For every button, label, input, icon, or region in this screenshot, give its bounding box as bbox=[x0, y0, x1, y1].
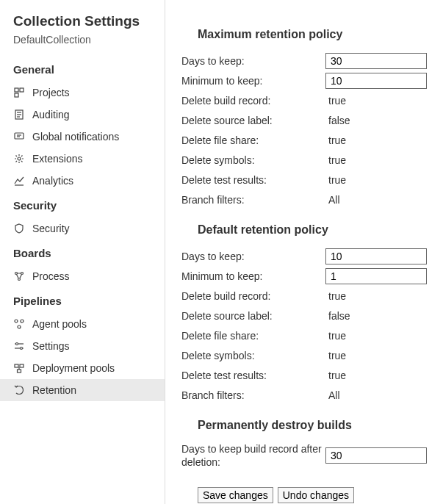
nav-label: Settings bbox=[32, 340, 70, 352]
auditing-icon bbox=[13, 109, 25, 120]
svg-point-17 bbox=[18, 325, 21, 328]
retention-icon bbox=[13, 384, 25, 396]
max-min-label: Minimum to keep: bbox=[181, 75, 325, 87]
nav-security[interactable]: Security bbox=[0, 217, 165, 240]
max-min-input[interactable] bbox=[325, 73, 427, 89]
svg-point-13 bbox=[21, 273, 24, 275]
nav-projects[interactable]: Projects bbox=[0, 82, 165, 104]
def-branch-value: All bbox=[328, 389, 340, 401]
svg-rect-2 bbox=[15, 93, 18, 97]
extensions-icon bbox=[13, 153, 25, 165]
nav-label: Deployment pools bbox=[32, 362, 115, 374]
nav-label: Security bbox=[32, 223, 70, 234]
default-policy-title: Default retention policy bbox=[181, 210, 427, 247]
max-del-build-value: true bbox=[328, 95, 346, 107]
nav-label: Process bbox=[32, 270, 70, 282]
deployment-pools-icon bbox=[13, 362, 25, 374]
nav-deployment-pools[interactable]: Deployment pools bbox=[0, 357, 165, 379]
save-button[interactable]: Save changes bbox=[198, 487, 273, 503]
svg-point-16 bbox=[21, 320, 24, 323]
max-branch-label: Branch filters: bbox=[181, 194, 328, 206]
def-del-source-value: false bbox=[328, 310, 350, 322]
nav-retention[interactable]: Retention bbox=[0, 379, 165, 401]
destroy-days-label: Days to keep build record after deletion… bbox=[181, 442, 325, 469]
nav-label: Extensions bbox=[32, 153, 82, 165]
max-del-fileshare-label: Delete file share: bbox=[181, 134, 328, 146]
max-policy-title: Maximum retention policy bbox=[181, 15, 427, 51]
nav-global-notifications[interactable]: Global notifications bbox=[0, 126, 165, 148]
nav-settings[interactable]: Settings bbox=[0, 335, 165, 357]
svg-point-12 bbox=[15, 273, 18, 275]
max-del-fileshare-value: true bbox=[328, 134, 346, 146]
agent-pools-icon bbox=[13, 318, 25, 330]
def-del-source-label: Delete source label: bbox=[181, 310, 328, 322]
svg-rect-26 bbox=[18, 370, 21, 372]
max-days-input[interactable] bbox=[325, 53, 427, 69]
def-del-fileshare-value: true bbox=[328, 330, 346, 342]
undo-button[interactable]: Undo changes bbox=[278, 487, 354, 503]
max-del-source-value: false bbox=[328, 115, 350, 126]
def-del-build-value: true bbox=[328, 290, 346, 302]
svg-rect-25 bbox=[20, 364, 24, 367]
nav-process[interactable]: Process bbox=[0, 265, 165, 287]
nav-extensions[interactable]: Extensions bbox=[0, 148, 165, 170]
shield-icon bbox=[13, 223, 25, 234]
max-del-symbols-value: true bbox=[328, 154, 346, 166]
section-security: Security bbox=[0, 192, 165, 217]
def-del-symbols-value: true bbox=[328, 350, 346, 361]
def-del-build-label: Delete build record: bbox=[181, 290, 328, 302]
sidebar: Collection Settings DefaultCollection Ge… bbox=[0, 0, 165, 504]
projects-icon bbox=[13, 87, 25, 98]
svg-rect-24 bbox=[15, 364, 18, 367]
max-del-symbols-label: Delete symbols: bbox=[181, 154, 328, 166]
nav-label: Agent pools bbox=[32, 318, 87, 330]
settings-icon bbox=[13, 340, 25, 352]
nav-auditing[interactable]: Auditing bbox=[0, 104, 165, 126]
main-content: Maximum retention policy Days to keep: M… bbox=[165, 0, 443, 504]
process-icon bbox=[13, 270, 25, 282]
def-del-symbols-label: Delete symbols: bbox=[181, 350, 328, 361]
svg-rect-7 bbox=[15, 133, 24, 139]
nav-label: Retention bbox=[32, 384, 76, 396]
section-boards: Boards bbox=[0, 240, 165, 265]
notifications-icon bbox=[13, 131, 25, 143]
nav-label: Projects bbox=[32, 87, 70, 98]
svg-point-10 bbox=[18, 157, 21, 160]
def-del-tests-value: true bbox=[328, 370, 346, 381]
svg-point-18 bbox=[16, 343, 18, 345]
max-del-tests-value: true bbox=[328, 174, 346, 186]
nav-label: Auditing bbox=[32, 109, 70, 120]
def-del-fileshare-label: Delete file share: bbox=[181, 330, 328, 342]
max-days-label: Days to keep: bbox=[181, 55, 325, 67]
svg-point-14 bbox=[18, 278, 21, 281]
def-days-label: Days to keep: bbox=[181, 251, 325, 262]
svg-rect-1 bbox=[20, 88, 24, 92]
destroy-days-input[interactable] bbox=[325, 447, 427, 464]
max-del-build-label: Delete build record: bbox=[181, 95, 328, 107]
max-branch-value: All bbox=[328, 194, 340, 206]
def-days-input[interactable] bbox=[325, 248, 427, 264]
section-pipelines: Pipelines bbox=[0, 287, 165, 313]
svg-point-21 bbox=[21, 348, 23, 350]
def-branch-label: Branch filters: bbox=[181, 389, 328, 401]
destroy-title: Permanently destroy builds bbox=[181, 406, 427, 442]
nav-label: Global notifications bbox=[32, 131, 119, 143]
nav-analytics[interactable]: Analytics bbox=[0, 170, 165, 192]
def-min-input[interactable] bbox=[325, 268, 427, 284]
max-del-tests-label: Delete test results: bbox=[181, 174, 328, 186]
analytics-icon bbox=[13, 175, 25, 187]
def-min-label: Minimum to keep: bbox=[181, 270, 325, 282]
svg-point-15 bbox=[15, 320, 18, 323]
svg-rect-0 bbox=[15, 88, 18, 92]
button-row: Save changes Undo changes bbox=[181, 469, 427, 504]
def-del-tests-label: Delete test results: bbox=[181, 370, 328, 381]
collection-name: DefaultCollection bbox=[0, 31, 165, 56]
max-del-source-label: Delete source label: bbox=[181, 115, 328, 126]
nav-agent-pools[interactable]: Agent pools bbox=[0, 313, 165, 335]
page-title: Collection Settings bbox=[0, 13, 165, 31]
section-general: General bbox=[0, 56, 165, 82]
nav-label: Analytics bbox=[32, 175, 73, 187]
